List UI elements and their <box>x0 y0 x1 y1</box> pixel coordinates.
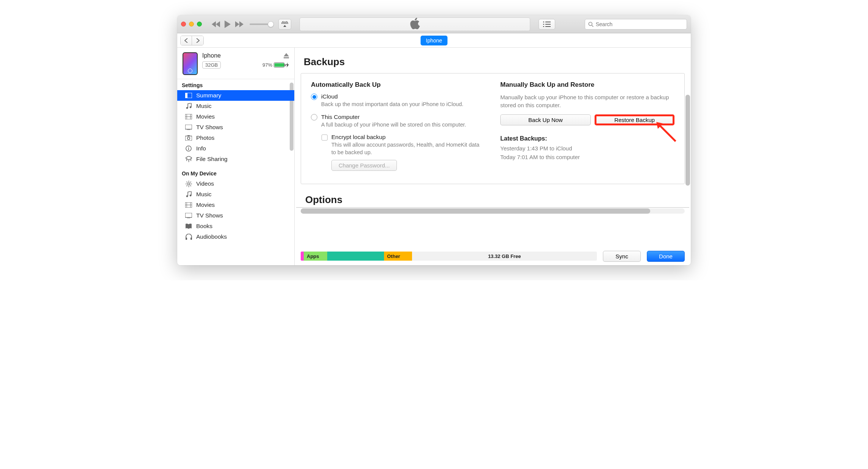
device-name: Iphone <box>202 52 221 59</box>
filesharing-icon <box>185 156 192 162</box>
storage-segment-photos <box>301 252 304 261</box>
device-tab[interactable]: Iphone <box>421 36 448 45</box>
rewind-button[interactable] <box>212 21 220 27</box>
sidebar-item-tvshows[interactable]: TV Shows <box>177 122 294 133</box>
summary-icon <box>185 93 192 98</box>
list-icon <box>543 22 551 27</box>
battery-status: 97% <box>262 62 289 68</box>
latest-backup-line-2: Today 7:01 AM to this computer <box>500 153 674 162</box>
storage-segment-free: 13.32 GB Free <box>412 252 597 261</box>
sidebar-item-summary[interactable]: Summary <box>177 90 294 101</box>
latest-backup-line-1: Yesterday 1:43 PM to iCloud <box>500 144 674 153</box>
search-field[interactable] <box>585 19 687 30</box>
info-icon <box>185 145 192 152</box>
sidebar-item-movies-device[interactable]: Movies <box>177 200 294 210</box>
encrypt-label: Encrypt local backup <box>331 134 386 140</box>
sidebar-item-movies[interactable]: Movies <box>177 111 294 122</box>
play-button[interactable] <box>225 20 231 28</box>
nav-forward-button[interactable] <box>192 36 203 45</box>
checkbox-encrypt[interactable] <box>322 134 328 141</box>
nav-arrows <box>180 36 204 45</box>
annotation-arrow-icon <box>655 120 678 143</box>
this-computer-label: This Computer <box>321 114 360 120</box>
close-window-button[interactable] <box>181 22 186 27</box>
sidebar-item-label: Videos <box>196 180 214 187</box>
sidebar-item-label: Music <box>196 191 211 198</box>
itunes-window: Iphone Iphone 32GB <box>177 15 691 265</box>
latest-backups: Latest Backups: Yesterday 1:43 PM to iCl… <box>500 135 674 161</box>
done-button[interactable]: Done <box>647 251 685 262</box>
icloud-option[interactable]: iCloud Back up the most important data o… <box>311 93 485 108</box>
svg-rect-7 <box>185 136 192 141</box>
list-view-button[interactable] <box>539 19 555 30</box>
movies-icon <box>185 202 192 208</box>
storage-segment-other: Other <box>384 252 412 261</box>
backups-card: Automatically Back Up iCloud Back up the… <box>301 73 685 184</box>
svg-rect-2 <box>185 93 187 98</box>
sidebar-item-videos[interactable]: Videos <box>177 178 294 189</box>
settings-section-header: Settings <box>177 79 294 90</box>
svg-point-3 <box>186 107 188 109</box>
svg-point-14 <box>189 195 191 197</box>
svg-point-13 <box>186 195 188 197</box>
sidebar-item-label: TV Shows <box>196 124 223 131</box>
backups-heading: Backups <box>295 48 691 72</box>
sidebar-item-filesharing[interactable]: File Sharing <box>177 154 294 164</box>
storage-bar: Apps Other 13.32 GB Free <box>301 252 597 261</box>
sidebar-item-label: Music <box>196 103 211 109</box>
sidebar-item-label: Audiobooks <box>196 233 227 240</box>
sidebar-item-photos[interactable]: Photos <box>177 133 294 143</box>
sidebar-item-info[interactable]: Info <box>177 143 294 154</box>
sidebar-item-label: File Sharing <box>196 156 228 163</box>
titlebar <box>177 15 691 33</box>
airplay-button[interactable] <box>278 19 291 30</box>
maximize-window-button[interactable] <box>197 22 202 27</box>
this-computer-option[interactable]: This Computer A full backup of your iPho… <box>311 114 485 129</box>
main-scrollbar[interactable] <box>685 95 690 186</box>
device-thumbnail-icon <box>183 52 198 75</box>
svg-rect-18 <box>190 238 192 240</box>
icloud-description: Back up the most important data on your … <box>321 101 464 108</box>
back-up-now-button[interactable]: Back Up Now <box>500 114 591 125</box>
svg-rect-16 <box>185 213 192 217</box>
camera-icon <box>185 135 192 141</box>
sidebar-item-label: Summary <box>196 92 221 99</box>
capacity-badge: 32GB <box>202 61 221 69</box>
sidebar-item-audiobooks[interactable]: Audiobooks <box>177 231 294 242</box>
latest-backups-heading: Latest Backups: <box>500 135 674 142</box>
battery-icon <box>274 63 284 67</box>
sync-button[interactable]: Sync <box>603 251 641 262</box>
eject-button[interactable] <box>284 53 289 58</box>
tv-icon <box>185 213 192 218</box>
search-input[interactable] <box>596 21 684 27</box>
radio-this-computer[interactable] <box>311 114 317 120</box>
storage-segment-apps: Apps <box>304 252 327 261</box>
fast-forward-button[interactable] <box>235 21 244 27</box>
change-password-button[interactable]: Change Password... <box>331 160 397 171</box>
minimize-window-button[interactable] <box>189 22 194 27</box>
svg-point-4 <box>189 106 191 108</box>
radio-icloud[interactable] <box>311 94 317 100</box>
horizontal-scrollbar[interactable] <box>301 208 685 214</box>
movies-icon <box>185 114 192 119</box>
sidebar-item-tvshows-device[interactable]: TV Shows <box>177 210 294 221</box>
sidebar-item-label: TV Shows <box>196 212 223 219</box>
footer-bar: Apps Other 13.32 GB Free Sync Done <box>295 247 691 265</box>
svg-rect-6 <box>185 125 192 129</box>
sidebar-item-music[interactable]: Music <box>177 101 294 111</box>
manual-backup-heading: Manually Back Up and Restore <box>500 81 674 89</box>
toolbar-row: Iphone <box>177 33 691 48</box>
eject-icon <box>284 53 289 56</box>
volume-slider[interactable] <box>250 23 272 25</box>
sidebar-item-label: Movies <box>196 113 215 120</box>
nav-back-button[interactable] <box>181 36 192 45</box>
ondevice-section-header: On My Device <box>177 167 294 178</box>
playback-controls <box>212 20 244 28</box>
sidebar: Iphone 32GB 97% <box>177 48 295 265</box>
music-icon <box>185 103 192 109</box>
sidebar-item-books[interactable]: Books <box>177 221 294 231</box>
sidebar-item-music-device[interactable]: Music <box>177 189 294 200</box>
encrypt-option[interactable]: Encrypt local backup This will allow acc… <box>322 134 485 171</box>
svg-rect-17 <box>186 238 187 240</box>
now-playing-lcd <box>300 17 530 31</box>
